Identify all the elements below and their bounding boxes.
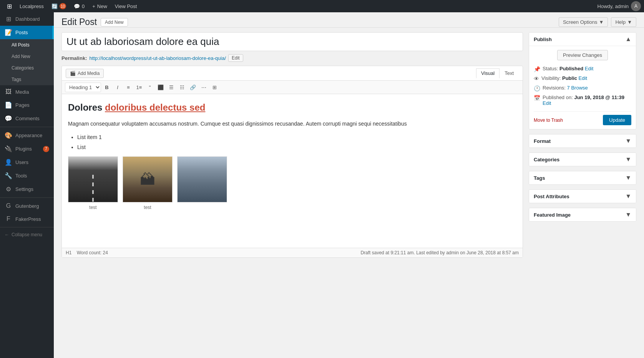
blockquote-button[interactable]: "	[145, 82, 155, 92]
site-name-item[interactable]: Localpress	[16, 0, 48, 12]
add-new-button[interactable]: Add New	[101, 18, 128, 27]
visibility-edit-link[interactable]: Edit	[579, 75, 587, 81]
align-center-button[interactable]: ☰	[166, 82, 176, 92]
menu-separator-3	[0, 227, 54, 227]
site-name-label: Localpress	[20, 3, 44, 9]
statusbar-left: H1 Word count: 24	[66, 250, 108, 255]
howdy-area: Howdy, admin A	[598, 1, 641, 11]
list-item-1: List item 1	[77, 133, 516, 141]
sidebar-item-tools[interactable]: 🔧 Tools	[0, 169, 54, 182]
sidebar-item-fakerpress[interactable]: F FakerPress	[0, 212, 54, 225]
sidebar-item-media-label: Media	[15, 89, 29, 95]
gallery-image-mountain	[123, 156, 173, 202]
sidebar-item-users[interactable]: 👤 Users	[0, 156, 54, 169]
published-edit-link[interactable]: Edit	[543, 100, 551, 106]
sidebar-item-gutenberg-label: Gutenberg	[15, 203, 39, 209]
featured-image-metabox-header[interactable]: Featured Image ▼	[529, 208, 636, 221]
categories-metabox: Categories ▼	[529, 152, 636, 166]
page-header: Edit Post Add New Screen Options ▼ Help …	[54, 12, 644, 28]
editor-box: 🎬 Add Media Visual Text Heading 1	[61, 66, 523, 258]
format-metabox: Format ▼	[529, 134, 636, 148]
appearance-icon: 🎨	[5, 132, 12, 139]
insert-more-button[interactable]: ⋯	[199, 82, 209, 92]
visual-tab[interactable]: Visual	[476, 68, 500, 78]
italic-button[interactable]: I	[113, 82, 123, 92]
sidebar-item-posts[interactable]: 📝 Posts	[0, 26, 54, 39]
visibility-icon: 👁	[534, 76, 539, 82]
format-metabox-header[interactable]: Format ▼	[529, 134, 636, 148]
help-chevron: ▼	[627, 19, 632, 25]
sidebar-item-all-posts[interactable]: All Posts	[0, 39, 54, 51]
visual-text-tabs: Visual Text	[476, 68, 519, 78]
sidebar-item-plugins[interactable]: 🔌 Plugins 7	[0, 142, 54, 156]
sidebar-item-appearance[interactable]: 🎨 Appearance	[0, 129, 54, 142]
updates-count: 10	[60, 3, 66, 9]
updates-item[interactable]: 🔄 10	[48, 0, 70, 12]
update-button[interactable]: Update	[603, 115, 631, 125]
comments-item[interactable]: 💬 0	[70, 0, 88, 12]
sidebar-item-comments[interactable]: 💬 Comments	[0, 112, 54, 125]
status-label: Status: Published Edit	[543, 66, 593, 71]
text-tab[interactable]: Text	[500, 68, 519, 78]
sidebar-item-tools-label: Tools	[15, 173, 27, 179]
tags-metabox-header[interactable]: Tags ▼	[529, 171, 636, 184]
link-button[interactable]: 🔗	[188, 82, 198, 92]
sidebar-item-users-label: Users	[15, 159, 28, 165]
sidebar-item-categories[interactable]: Categories	[0, 62, 54, 74]
comments-count: 0	[82, 3, 85, 9]
statusbar-path: H1	[66, 250, 71, 255]
heading-select[interactable]: Heading 1	[65, 83, 101, 92]
align-left-button[interactable]: ⬛	[156, 82, 166, 92]
sidebar-item-dashboard[interactable]: ⊞ Dashboard	[0, 12, 54, 26]
help-button[interactable]: Help ▼	[611, 17, 636, 27]
publish-actions: Move to Trash Update	[534, 111, 631, 125]
post-title-input[interactable]	[61, 32, 523, 51]
categories-title: Categories	[534, 157, 559, 162]
publish-visibility-item: 👁 Visibility: Public Edit	[534, 74, 631, 83]
status-edit-link[interactable]: Edit	[585, 66, 593, 71]
sidebar-item-settings[interactable]: ⚙ Settings	[0, 182, 54, 196]
page-title-area: Edit Post Add New	[61, 17, 128, 27]
sidebar-item-settings-label: Settings	[15, 186, 33, 192]
revisions-label: Revisions: 7 Browse	[543, 85, 588, 91]
new-label: New	[97, 3, 107, 9]
view-post-label: View Post	[115, 3, 137, 9]
wp-logo-item[interactable]: ⊞	[3, 0, 16, 12]
post-attributes-metabox-header[interactable]: Post Attributes ▼	[529, 190, 636, 203]
add-media-button[interactable]: 🎬 Add Media	[66, 69, 104, 78]
gallery-caption-1: test	[89, 204, 96, 211]
users-icon: 👤	[5, 159, 12, 166]
post-attributes-metabox: Post Attributes ▼	[529, 189, 636, 203]
collapse-menu-btn[interactable]: ← Collapse menu	[0, 229, 54, 240]
format-title: Format	[534, 138, 551, 144]
revisions-browse-link[interactable]: Browse	[571, 85, 588, 91]
move-to-trash-link[interactable]: Move to Trash	[534, 118, 563, 123]
editor-content[interactable]: Dolores doloribus delectus sed Magnam co…	[62, 94, 523, 248]
categories-metabox-header[interactable]: Categories ▼	[529, 153, 636, 166]
new-item[interactable]: + New	[88, 0, 111, 12]
publish-metabox-header[interactable]: Publish ▲	[529, 33, 636, 46]
publish-chevron: ▲	[625, 36, 631, 43]
align-right-button[interactable]: ☷	[177, 82, 187, 92]
tags-chevron: ▼	[625, 174, 631, 181]
bold-button[interactable]: B	[102, 82, 112, 92]
preview-changes-button[interactable]: Preview Changes	[557, 50, 608, 60]
sidebar-item-tags[interactable]: Tags	[0, 74, 54, 85]
sidebar-item-media[interactable]: 🖼 Media	[0, 85, 54, 98]
sidebar-item-gutenberg[interactable]: G Gutenberg	[0, 199, 54, 212]
unordered-list-button[interactable]: ≡	[123, 82, 133, 92]
view-post-item[interactable]: View Post	[111, 0, 141, 12]
settings-icon: ⚙	[5, 186, 12, 193]
ordered-list-button[interactable]: 1≡	[134, 82, 144, 92]
sidebar-item-pages[interactable]: 📄 Pages	[0, 98, 54, 112]
screen-options-chevron: ▼	[599, 19, 604, 25]
screen-options-button[interactable]: Screen Options ▼	[559, 17, 608, 27]
revisions-value: 7	[567, 85, 570, 91]
table-button[interactable]: ⊞	[209, 82, 219, 92]
content-paragraph: Magnam consequatur voluptatem accusamus …	[68, 119, 516, 128]
screen-options-label: Screen Options	[563, 19, 598, 25]
permalink-edit-button[interactable]: Edit	[228, 54, 243, 62]
right-sidebar: Publish ▲ Preview Changes 📌 Status: Publ…	[529, 32, 636, 258]
permalink-url[interactable]: http://localhost/wordpress/ut-ut-ab-labo…	[89, 55, 226, 61]
sidebar-item-add-new[interactable]: Add New	[0, 51, 54, 62]
